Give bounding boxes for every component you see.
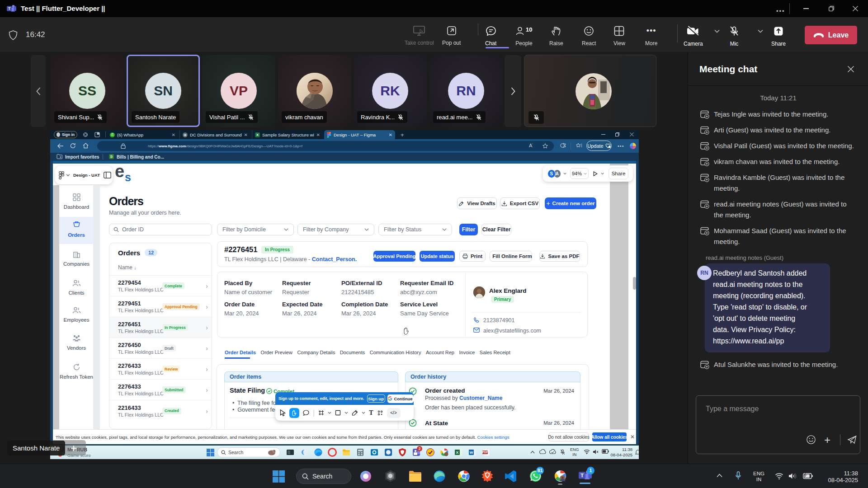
svg-text:PDF: PDF [482, 450, 488, 454]
svg-text:10: 10 [526, 26, 532, 33]
svg-text:X: X [456, 450, 459, 455]
svg-text:T: T [580, 472, 584, 478]
svg-text:W: W [470, 450, 473, 455]
svg-text:T: T [8, 6, 11, 11]
